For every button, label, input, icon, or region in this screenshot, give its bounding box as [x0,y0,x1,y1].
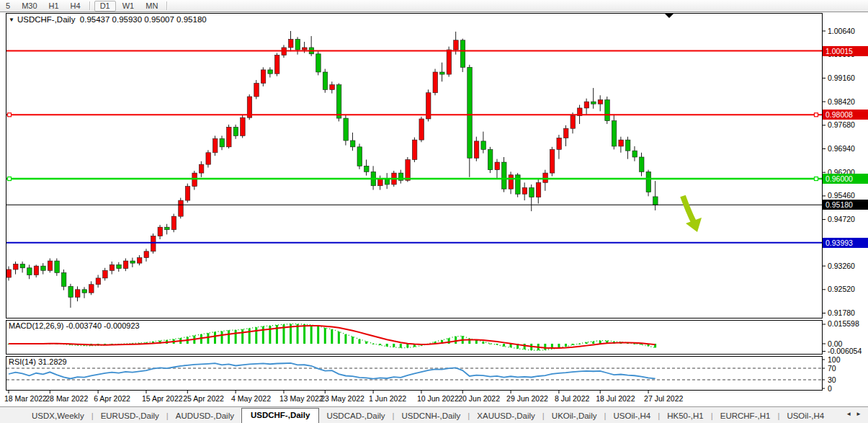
candle [612,115,617,150]
candle [543,170,548,191]
tab-usdchf-daily[interactable]: USDCHF-,Daily [241,408,319,423]
tab-usoil-h4[interactable]: USOil-,H4 [606,409,658,423]
tab-ukoil-daily[interactable]: UKOil-,Daily [545,409,604,423]
candle [344,115,349,146]
date-axis-label: 29 Jun 2022 [506,394,548,403]
candle [48,259,53,273]
candle [571,112,576,133]
candle [529,184,534,211]
candle [591,88,596,109]
price-badge-0.93993: 0.93993 [823,238,868,248]
candle [481,132,486,153]
chart-canvas[interactable] [0,0,868,405]
tab-hk50-h1[interactable]: HK50-,H1 [660,409,711,423]
main-chart-panel-border [6,14,823,319]
candle [61,270,66,290]
candle [117,262,122,272]
macd-axis-label: -0.006054 [828,347,862,355]
candle [378,176,383,190]
candle [192,171,197,190]
tab-usdx-weekly[interactable]: USDX,Weekly [24,409,91,423]
candle [309,36,314,56]
candle [640,153,645,177]
candle [20,262,25,272]
date-axis-label: 27 Jul 2022 [644,394,683,403]
candle [653,181,658,210]
symbol-tab-bar: USDX,Weekly|EURUSD-,Daily|AUDUSD-,DailyU… [0,406,868,423]
price-axis-label: 0.94720 [828,215,855,223]
candle [632,146,637,161]
tab-audusd-daily[interactable]: AUDUSD-,Daily [169,409,241,423]
rsi-axis-label: 100 [828,355,841,364]
candle [151,233,156,254]
chart-shift-marker-icon [665,14,674,18]
date-axis-label: 23 May 2022 [321,394,364,403]
candle [158,225,163,239]
candle [433,69,438,96]
candle [289,31,294,51]
candle [605,97,610,124]
price-badge-1.00015: 1.00015 [823,46,868,56]
candle [96,275,101,288]
date-axis-label: 1 Jun 2022 [369,394,406,403]
date-axis-label: 18 Jul 2022 [596,394,635,403]
candle [179,198,184,219]
candle [412,138,417,162]
hline-handle[interactable] [8,113,12,117]
candle [6,267,12,281]
price-axis-label: 0.91780 [828,308,855,317]
candle [502,157,507,192]
macd-indicator-name: MACD(12,26,9) [9,321,63,330]
price-axis-label: 0.98420 [828,97,855,106]
candle [171,214,176,233]
candle [254,80,259,99]
candle [27,264,32,279]
hline-handle[interactable] [815,177,818,181]
candle [460,39,465,72]
candle [350,133,355,151]
candle [130,258,135,267]
date-axis-label: 13 May 2022 [279,394,323,403]
candles-series [6,31,658,308]
tab-eurusd-daily[interactable]: EURUSD-,Daily [94,409,166,423]
legend-symbol: USDCHF-,Daily [17,15,76,24]
scroll-left-icon[interactable]: ◄ [846,411,856,417]
candle [598,95,603,111]
rsi-plot [6,363,822,380]
candle [109,262,115,275]
candle [330,81,335,93]
candle [233,125,238,139]
scroll-right-icon[interactable]: ► [856,411,866,417]
tab-eurchf-h1[interactable]: EURCHF-,H1 [713,409,778,423]
candle [68,284,73,308]
candle [137,255,142,265]
candle [295,37,300,54]
candle [398,170,403,184]
macd-panel-label: MACD(12,26,9) -0.003740 -0.000923 [9,321,140,330]
candle [103,268,108,281]
tab-usdcnh-daily[interactable]: USDCNH-,Daily [395,409,468,423]
price-badge-0.98008: 0.98008 [823,110,868,120]
candle [316,51,321,75]
candle [165,224,170,235]
tab-usoil-h4[interactable]: USOil-,H4 [779,409,831,423]
tab-usdcad-daily[interactable]: USDCAD-,Daily [319,409,392,423]
terminal-window: 5M30H1H4D1W1MN ▼USDCHF-,Daily 0.95437 0.… [0,0,868,423]
candle [563,125,568,146]
chart-legend: ▼USDCHF-,Daily 0.95437 0.95930 0.95007 0… [9,15,207,24]
hline-handle[interactable] [815,113,818,117]
rsi-current-value: 31.2829 [38,357,67,366]
candle [385,173,390,189]
candle [212,135,218,156]
rsi-axis-label: 30 [828,375,836,384]
candle [185,184,190,203]
candle [268,67,273,77]
candle [522,182,527,200]
candle [625,137,630,159]
tab-xauusd-daily[interactable]: XAUUSD-,Daily [470,409,542,423]
candle [536,178,541,203]
price-axis-label: 0.99160 [828,74,855,82]
price-axis-label: 0.92520 [828,285,855,293]
hline-handle[interactable] [8,177,12,181]
rsi-line [9,363,656,379]
